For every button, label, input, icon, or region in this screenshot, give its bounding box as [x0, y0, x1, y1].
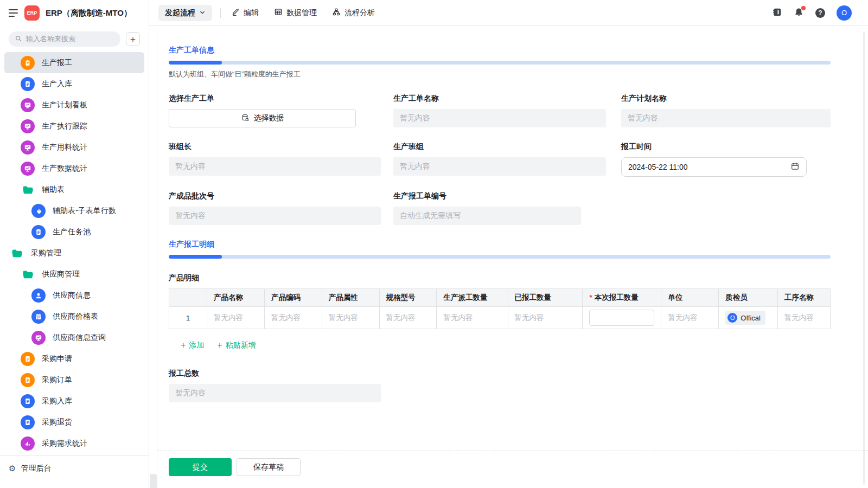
sidebar-item[interactable]: 采购入库: [4, 390, 144, 412]
edit-button[interactable]: 编辑: [231, 8, 259, 18]
sidebar-item[interactable]: 辅助表-子表单行数: [4, 200, 144, 221]
sidebar-item-label: 供应商信息: [53, 291, 91, 300]
sidebar-item[interactable]: 生产报工: [4, 52, 144, 73]
sidebar-item[interactable]: 供应商信息: [4, 285, 144, 306]
sidebar-item-label: 生产用料统计: [42, 143, 87, 152]
save-draft-button[interactable]: 保存草稿: [237, 458, 301, 476]
sidebar-item-label: 辅助表: [42, 185, 65, 195]
journal-icon: [772, 7, 782, 19]
help-button[interactable]: ?: [815, 8, 825, 18]
search-input[interactable]: 输入名称来搜索: [9, 31, 120, 47]
sidebar-item[interactable]: 生产数据统计: [4, 158, 144, 179]
field-label: 生产工单名称: [393, 94, 606, 104]
sidebar-item-label: 采购管理: [31, 248, 61, 258]
doc-icon: [21, 77, 35, 91]
sidebar-item[interactable]: 采购需求统计: [4, 433, 144, 454]
row-number-cell: 1: [169, 307, 207, 329]
paste-add-label: 粘贴新增: [226, 341, 256, 350]
report-qty-cell: [583, 307, 661, 329]
product-table: 产品名称产品编码产品属性规格型号生产派工数量已报工数量*本次报工数量单位质检员工…: [169, 288, 831, 329]
sidebar-item[interactable]: 生产用料统计: [4, 137, 144, 158]
inspector-avatar: O: [727, 313, 737, 323]
flow-analysis-button[interactable]: 流程分析: [332, 8, 375, 18]
app-window: ERP ERP（离散制造-MTO） 输入名称来搜索 + 生产报工生产入库生产计划…: [0, 0, 868, 488]
sidebar-item-label: 生产计划看板: [42, 100, 87, 110]
sidebar-item[interactable]: 供应商信息查询: [4, 327, 144, 348]
inspector-tag[interactable]: OOffical: [725, 311, 765, 325]
sidebar-item[interactable]: 采购退货: [4, 412, 144, 433]
field-label: 生产班组: [393, 142, 606, 152]
start-flow-button[interactable]: 发起流程: [158, 5, 212, 21]
sidebar-item[interactable]: 生产入库: [4, 73, 144, 94]
batch-no-field[interactable]: 暂无内容: [169, 207, 381, 225]
table-cell[interactable]: 暂无内容: [322, 307, 379, 329]
sidebar-item[interactable]: 采购订单: [4, 369, 144, 390]
total-field[interactable]: 暂无内容: [169, 384, 381, 402]
person-icon: [31, 288, 46, 303]
sidebar-item[interactable]: 供应商价格表: [4, 306, 144, 327]
section-desc: 默认为班组、车间做“日”颗粒度的生产报工: [169, 69, 831, 79]
form-content: 生产工单信息 默认为班组、车间做“日”颗粒度的生产报工 选择生产工单 选择数据: [149, 26, 868, 488]
team-field[interactable]: 暂无内容: [393, 157, 606, 176]
required-star: *: [589, 293, 592, 301]
field-label: 报工时间: [621, 142, 831, 152]
add-form-button[interactable]: +: [126, 32, 140, 46]
table-cell[interactable]: 暂无内容: [264, 307, 322, 329]
sidebar-item-label: 生产数据统计: [42, 164, 87, 174]
scrollbar-thumb[interactable]: [150, 474, 157, 488]
paste-add-button[interactable]: + 粘贴新增: [217, 341, 256, 350]
sidebar-item[interactable]: 辅助表: [4, 179, 144, 200]
monitor-icon: [21, 98, 35, 112]
pencil-icon: [231, 8, 240, 18]
sidebar-item-label: 采购申请: [42, 354, 72, 364]
user-avatar[interactable]: O: [837, 5, 852, 21]
topbar: 发起流程 编辑 数据管理 流程分析: [149, 0, 868, 26]
table-cell[interactable]: 暂无内容: [207, 307, 265, 329]
sidebar-item[interactable]: 供应商管理: [4, 264, 144, 285]
submit-button[interactable]: 提交: [169, 458, 232, 476]
data-manage-button[interactable]: 数据管理: [274, 8, 317, 18]
sidebar-item[interactable]: 采购管理: [4, 242, 144, 264]
notification-badge: [801, 6, 806, 10]
flowchart-icon: [332, 8, 341, 18]
sidebar-item-label: 辅助表-子表单行数: [53, 206, 116, 216]
report-time-field[interactable]: 2024-05-22 11:00: [621, 157, 807, 177]
team-leader-field[interactable]: 暂无内容: [169, 157, 381, 176]
section-progress-bar: [169, 61, 831, 65]
table-cell[interactable]: 暂无内容: [379, 307, 437, 329]
report-qty-input[interactable]: [589, 310, 654, 326]
field-label: 生产计划名称: [621, 94, 831, 104]
vertical-scrollbar[interactable]: [863, 31, 865, 485]
doc-icon: [31, 225, 46, 239]
sidebar-item-label: 生产入库: [42, 79, 72, 89]
table-grid-icon: [274, 8, 283, 18]
doc-icon: [21, 373, 35, 387]
main-area: 发起流程 编辑 数据管理 流程分析: [149, 0, 868, 488]
doc-icon: [21, 394, 35, 408]
sidebar-item-label: 采购订单: [42, 375, 72, 385]
start-flow-label: 发起流程: [165, 8, 195, 18]
journal-panel-button[interactable]: [772, 7, 782, 19]
section-title-detail: 生产报工明细: [169, 240, 831, 249]
plan-name-field[interactable]: 暂无内容: [621, 109, 831, 127]
table-cell[interactable]: 暂无内容: [437, 307, 508, 329]
folder-icon: [21, 183, 35, 197]
sidebar-item[interactable]: 采购申请: [4, 348, 144, 369]
column-header: 产品编码: [264, 289, 322, 307]
table-cell[interactable]: 暂无内容: [661, 307, 719, 329]
table-cell[interactable]: 暂无内容: [508, 307, 583, 329]
notifications-button[interactable]: [794, 7, 804, 19]
sidebar-item[interactable]: 生产执行跟踪: [4, 115, 144, 137]
folder-icon: [10, 246, 24, 260]
add-row-button[interactable]: + 添加: [181, 341, 204, 350]
inspector-name: Offical: [741, 314, 761, 322]
select-data-button[interactable]: 选择数据: [169, 109, 356, 127]
table-cell[interactable]: 暂无内容: [777, 307, 830, 329]
menu-toggle-icon[interactable]: [9, 9, 18, 17]
flow-analysis-label: 流程分析: [344, 8, 375, 18]
admin-backend-item[interactable]: ⚙ 管理后台: [0, 455, 149, 480]
sidebar-item[interactable]: 生产任务池: [4, 221, 144, 242]
sidebar-item[interactable]: 生产计划看板: [4, 94, 144, 115]
workorder-name-field[interactable]: 暂无内容: [393, 109, 606, 127]
gear-icon: ⚙: [9, 464, 16, 473]
